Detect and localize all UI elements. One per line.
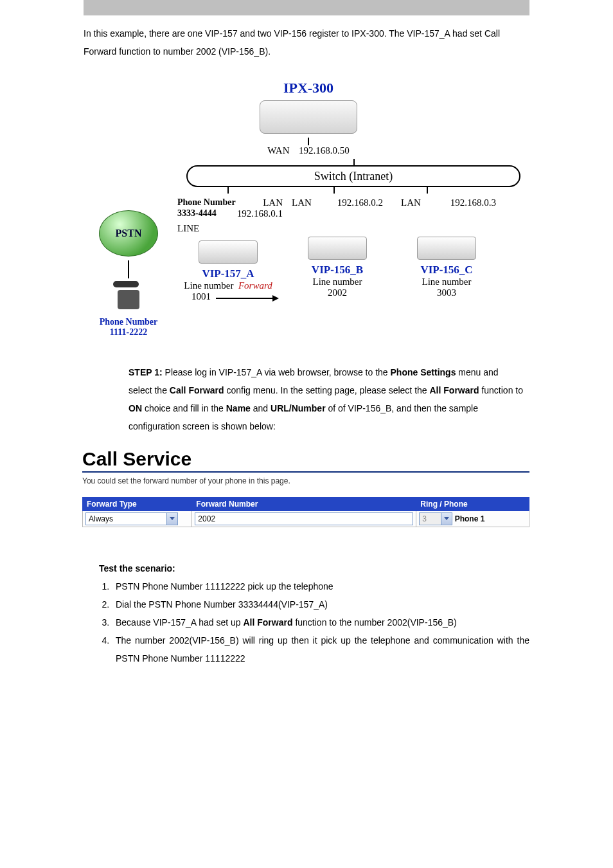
ts3a: Because VIP-157_A had set up	[116, 617, 243, 628]
list-item: Dial the PSTN Phone Number 33334444(VIP-…	[112, 595, 529, 613]
list-item: Because VIP-157_A had set up All Forward…	[112, 613, 529, 631]
intro-text: In this example, there are one VIP-157 a…	[84, 24, 529, 60]
lan-c-role: LAN	[401, 197, 421, 208]
switch-bar: Switch (Intranet)	[186, 165, 520, 187]
section-bar	[84, 0, 529, 15]
s1h: ON	[129, 403, 142, 413]
th-forward-number: Forward Number	[192, 498, 416, 511]
lan-b-role: LAN	[292, 197, 312, 208]
pstn-column: PSTN Phone Number 1111-2222	[84, 197, 173, 338]
line-label-a: LINE	[177, 223, 199, 233]
forward-arrow-icon	[216, 298, 278, 299]
lan-a-role: LAN	[263, 197, 283, 208]
ipx-title: IPX-300	[84, 80, 533, 96]
test-heading: Test the scenario:	[99, 563, 175, 574]
call-service-sub: You could set the forward number of your…	[82, 476, 529, 485]
phone-value: Phone 1	[455, 514, 485, 523]
ip-c: 192.168.0.3	[450, 197, 501, 208]
s1i: choice and fill in the	[145, 403, 226, 413]
vip-b-column: LAN 192.168.0.2 VIP-156_B Line number 20…	[283, 197, 392, 298]
vip-c-device-icon	[417, 237, 476, 260]
list-item: The number 2002(VIP-156_B) will ring up …	[112, 631, 529, 667]
ring-select[interactable]: 3	[419, 512, 452, 525]
num-b: 2002	[283, 287, 392, 298]
s1f: All Forward	[430, 385, 479, 395]
vip-b-name: VIP-156_B	[283, 264, 392, 276]
chevron-down-icon	[170, 517, 175, 520]
pnnum-a: 3333-4444	[177, 208, 217, 218]
forward-number-value: 2002	[198, 514, 215, 523]
call-service-table: Forward Type Forward Number Ring / Phone…	[82, 497, 529, 527]
pstn-cloud-icon: PSTN	[99, 210, 158, 257]
s1g: function to	[481, 385, 523, 395]
ts3b: All Forward	[243, 617, 292, 628]
call-service-heading: Call Service	[82, 448, 529, 473]
ts1: PSTN Phone Number 11112222 pick up the t…	[116, 581, 333, 592]
wan-label: WAN	[267, 145, 289, 156]
s1e: config menu. In the setting page, please…	[227, 385, 430, 395]
vip-a-column: Phone Number LAN 3333-4444 192.168.0.1 L…	[173, 197, 283, 302]
ip-b: 192.168.0.2	[337, 197, 392, 208]
vip-b-device-icon	[308, 237, 367, 260]
s1a: Please log in VIP-157_A via web browser,…	[165, 367, 391, 377]
s1b: Phone Settings	[391, 367, 456, 377]
pstn-label: PSTN	[116, 228, 142, 239]
step1-block: STEP 1: Please log in VIP-157_A via web …	[129, 363, 523, 435]
ipx-device-icon	[260, 100, 357, 134]
ring-value: 3	[422, 514, 427, 523]
linenum-c-label: Line number	[392, 276, 501, 287]
s1l: URL/Number	[271, 403, 326, 413]
s1d: Call Forward	[170, 385, 224, 395]
num-c: 3003	[392, 287, 501, 298]
vip-c-name: VIP-156_C	[392, 264, 501, 276]
chevron-down-icon	[444, 517, 449, 520]
ts2: Dial the PSTN Phone Number 33334444(VIP-…	[116, 599, 328, 610]
step1-label: STEP 1:	[129, 367, 163, 377]
vip-a-name: VIP-157_A	[173, 267, 283, 280]
pnlabel-a: Phone Number	[177, 197, 236, 207]
switch-label: Switch (Intranet)	[314, 170, 393, 183]
ip-a: 192.168.0.1	[237, 208, 283, 219]
test-steps: PSTN Phone Number 11112222 pick up the t…	[99, 577, 529, 667]
forward-type-value: Always	[89, 514, 113, 523]
list-item: PSTN Phone Number 11112222 pick up the t…	[112, 577, 529, 595]
table-row: Always 2002 3 Phone 1	[83, 511, 529, 527]
linenum-a-label: Line number	[184, 280, 233, 291]
pstn-phone-number: 1111-2222	[84, 327, 173, 338]
ts4: The number 2002(VIP-156_B) will ring up …	[116, 635, 529, 664]
vip-c-column: LAN 192.168.0.3 VIP-156_C Line number 30…	[392, 197, 501, 298]
forward-label: Forward	[238, 280, 272, 291]
forward-number-input[interactable]: 2002	[195, 512, 413, 525]
th-ring-phone: Ring / Phone	[416, 498, 529, 511]
pstn-phone-caption: Phone Number	[84, 317, 173, 327]
num-a: 1001	[173, 291, 211, 302]
ts3c: function to the number 2002(VIP-156_B)	[293, 617, 457, 628]
linenum-b-label: Line number	[283, 276, 392, 287]
phone-icon	[115, 284, 142, 314]
th-forward-type: Forward Type	[83, 498, 192, 511]
s1k: and	[253, 403, 271, 413]
s1j: Name	[226, 403, 251, 413]
network-diagram: IPX-300 WAN 192.168.0.50 Switch (Intrane…	[84, 80, 533, 338]
wan-ip: 192.168.0.50	[299, 145, 350, 156]
forward-type-select[interactable]: Always	[85, 512, 178, 525]
vip-a-device-icon	[199, 240, 258, 264]
